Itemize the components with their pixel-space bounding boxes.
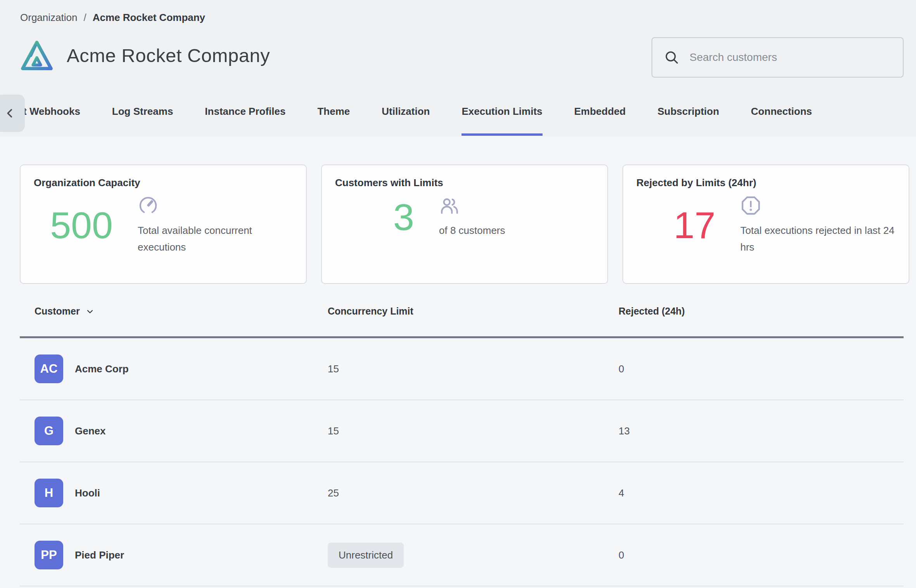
tab-subscription[interactable]: Subscription	[657, 105, 719, 136]
chevron-left-icon	[4, 107, 16, 119]
stat-cards: Organization Capacity 500 Total availabl…	[0, 137, 916, 284]
customer-name: Hooli	[75, 487, 100, 499]
search-input[interactable]	[690, 51, 891, 64]
execution-limits-panel: Organization Capacity 500 Total availabl…	[0, 137, 916, 588]
customers-with-limits-description: of 8 customers	[439, 222, 505, 239]
column-header-rejected: Rejected (24h)	[619, 306, 904, 317]
company-logo-icon	[19, 37, 55, 74]
customer-name: Pied Piper	[75, 549, 124, 561]
table-row-genex[interactable]: G Genex 15 13	[20, 400, 904, 462]
tab-theme[interactable]: Theme	[317, 105, 350, 136]
tab-embedded[interactable]: Embedded	[574, 105, 626, 136]
unrestricted-badge: Unrestricted	[328, 543, 404, 568]
column-header-concurrency-limit: Concurrency Limit	[328, 306, 619, 317]
gauge-icon	[138, 195, 294, 216]
card-title: Customers with Limits	[322, 177, 596, 189]
rejected-description: Total executions rejected in last 24 hrs	[740, 222, 897, 256]
chevron-down-icon	[85, 307, 95, 316]
customers-with-limits-card: Customers with Limits 3 of 8 customers	[321, 164, 608, 284]
rejected-24h-value: 4	[619, 487, 904, 499]
concurrency-limit-cell: Unrestricted	[328, 543, 619, 568]
tab-bar: t Webhooks Log Streams Instance Profiles…	[0, 98, 916, 137]
breadcrumb-organization[interactable]: Organization	[20, 12, 77, 24]
concurrency-limit-value: 15	[328, 363, 619, 375]
tab-utilization[interactable]: Utilization	[382, 105, 430, 136]
breadcrumb-current: Acme Rocket Company	[93, 12, 205, 24]
card-title: Organization Capacity	[21, 177, 294, 189]
search-box[interactable]	[652, 37, 904, 78]
customer-name: Genex	[75, 425, 106, 437]
customer-name: Acme Corp	[75, 363, 129, 375]
column-header-customer[interactable]: Customer	[20, 306, 328, 317]
capacity-value: 500	[21, 206, 113, 245]
rejected-by-limits-card: Rejected by Limits (24hr) 17 Total execu…	[622, 164, 909, 284]
organization-capacity-card: Organization Capacity 500 Total availabl…	[20, 164, 307, 284]
rejected-value: 17	[623, 206, 716, 245]
concurrency-limit-value: 25	[328, 487, 619, 499]
people-icon	[439, 195, 505, 216]
tab-webhooks[interactable]: t Webhooks	[23, 105, 80, 136]
breadcrumb: Organization / Acme Rocket Company	[20, 12, 205, 24]
avatar: AC	[35, 355, 63, 383]
table-header-row: Customer Concurrency Limit Rejected (24h…	[20, 306, 904, 338]
rejected-24h-value: 0	[619, 549, 904, 561]
card-title: Rejected by Limits (24hr)	[623, 177, 897, 189]
tab-connections[interactable]: Connections	[751, 105, 812, 136]
tab-list: t Webhooks Log Streams Instance Profiles…	[0, 98, 916, 136]
table-row-acme-corp[interactable]: AC Acme Corp 15 0	[20, 338, 904, 400]
title-row: Acme Rocket Company	[19, 37, 270, 74]
rejected-24h-value: 0	[619, 363, 904, 375]
alert-octagon-icon	[740, 195, 897, 216]
tab-log-streams[interactable]: Log Streams	[112, 105, 173, 136]
tab-execution-limits[interactable]: Execution Limits	[461, 105, 542, 136]
table-row-pied-piper[interactable]: PP Pied Piper Unrestricted 0	[20, 524, 904, 586]
avatar: H	[35, 479, 63, 507]
page-header: Organization / Acme Rocket Company Acme	[0, 0, 916, 137]
customers-with-limits-value: 3	[322, 197, 414, 237]
column-header-customer-label: Customer	[35, 306, 80, 317]
avatar: PP	[35, 541, 63, 569]
breadcrumb-separator: /	[83, 12, 86, 24]
rejected-24h-value: 13	[619, 425, 904, 437]
concurrency-limit-value: 15	[328, 425, 619, 437]
avatar: G	[35, 417, 63, 445]
search-icon	[664, 50, 679, 65]
table-row-hooli[interactable]: H Hooli 25 4	[20, 462, 904, 524]
page-title: Acme Rocket Company	[67, 45, 270, 66]
tab-instance-profiles[interactable]: Instance Profiles	[205, 105, 285, 136]
capacity-description: Total available concurrent executions	[138, 222, 294, 256]
tabs-scroll-left-button[interactable]	[0, 95, 25, 132]
customer-limits-table: Customer Concurrency Limit Rejected (24h…	[20, 306, 904, 586]
